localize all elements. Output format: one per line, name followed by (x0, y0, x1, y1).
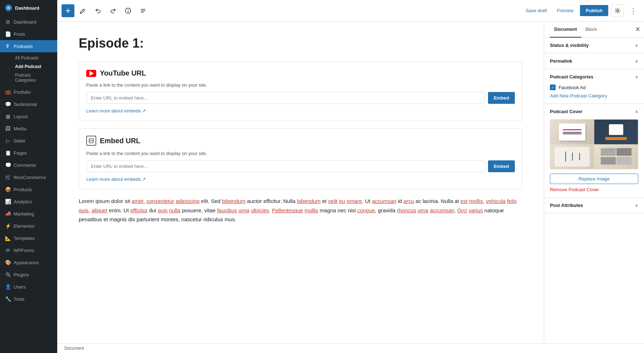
sidebar-item-templates[interactable]: 📐 Templates (0, 232, 57, 244)
sidebar-item-slider[interactable]: ▷ Slider (0, 135, 57, 147)
sidebar-item-testimonial[interactable]: 💬 Testimonial (0, 98, 57, 110)
embed-block-title: Embed URL (100, 137, 140, 145)
lorem-link[interactable]: faucibus (217, 207, 237, 213)
more-options-button[interactable]: ⋮ (627, 4, 640, 17)
sidebar-item-layout[interactable]: ▦ Layout (0, 110, 57, 122)
lorem-link[interactable]: ornare (347, 198, 362, 204)
lorem-link[interactable]: Pellentesque (272, 207, 303, 213)
sidebar-item-posts[interactable]: 📄 Posts (0, 28, 57, 40)
sidebar-item-plugins[interactable]: 🔌 Plugins (0, 269, 57, 281)
panel-close-button[interactable]: ✕ (635, 26, 640, 33)
tab-document[interactable]: Document (550, 21, 581, 38)
sidebar-item-media[interactable]: 🖼 Media (0, 122, 57, 135)
post-attributes-header[interactable]: Post Attributes ∨ (544, 198, 644, 213)
lorem-link[interactable]: accumsan (430, 207, 454, 213)
podcast-categories-header[interactable]: Podcast Categories ∧ (544, 69, 644, 84)
replace-image-button[interactable]: Replace Image (550, 174, 638, 184)
post-title[interactable]: Episode 1: (79, 36, 522, 51)
right-panel-body: Status & visibility ∨ Permalink ∨ Podcas… (544, 38, 644, 343)
lorem-link[interactable]: arcu (404, 198, 414, 204)
lorem-link[interactable]: bibendum (297, 198, 321, 204)
youtube-url-block: YouTube URL Paste a link to the content … (79, 62, 522, 121)
lorem-link[interactable]: Orci (457, 207, 467, 213)
sidebar-brand[interactable]: W Dashboard (0, 0, 57, 16)
save-draft-button[interactable]: Save draft (522, 6, 551, 15)
sidebar-sub-add-podcast[interactable]: Add Podcast (10, 62, 57, 71)
sidebar-item-comments[interactable]: 💭 Comments (0, 159, 57, 171)
dashboard-icon: ⊞ (5, 19, 11, 25)
lorem-link[interactable]: congue (357, 207, 375, 213)
status-visibility-header[interactable]: Status & visibility ∨ (544, 38, 644, 53)
sidebar-item-dashboard[interactable]: ⊞ Dashboard (0, 16, 57, 28)
embed-url-input[interactable] (86, 160, 485, 172)
lorem-link[interactable]: rhoncus (397, 207, 416, 213)
redo-button[interactable] (107, 4, 119, 17)
list-view-button[interactable] (137, 4, 150, 17)
sidebar-item-pages[interactable]: 📋 Pages (0, 147, 57, 159)
remove-podcast-cover-link[interactable]: Remove Podcast Cover (550, 187, 599, 192)
add-podcast-label: Add Podcast (15, 64, 41, 69)
sidebar-item-products[interactable]: 📦 Products (0, 183, 57, 195)
lorem-link[interactable]: amet (132, 198, 143, 204)
sidebar-item-portfolio[interactable]: 💼 Portfolio (0, 86, 57, 98)
add-block-button[interactable] (62, 4, 74, 17)
lorem-link[interactable]: urna (418, 207, 428, 213)
sidebar-item-elementor[interactable]: ⚡ Elementor (0, 220, 57, 232)
undo-button[interactable] (92, 4, 104, 17)
lorem-link[interactable]: accumsan (372, 198, 396, 204)
youtube-learn-more-link[interactable]: Learn more about embeds ↗ (86, 108, 146, 113)
permalink-title: Permalink (550, 58, 572, 64)
sidebar-item-tools[interactable]: 🔧 Tools (0, 293, 57, 305)
sidebar-sub-podcast-categories[interactable]: Podcast Categories (10, 71, 57, 84)
add-podcast-category-link[interactable]: Add New Podcast Category (550, 93, 607, 98)
sidebar-item-label: Dashboard (14, 19, 36, 25)
lorem-link[interactable]: bibendum (222, 198, 245, 204)
info-button[interactable] (122, 4, 135, 17)
youtube-url-input[interactable] (86, 92, 485, 104)
settings-button[interactable] (611, 4, 624, 17)
embed-learn-more-link[interactable]: Learn more about embeds ↗ (86, 176, 146, 182)
sidebar-item-label: Podcasts (14, 44, 33, 49)
edit-tool-button[interactable] (77, 4, 89, 17)
lorem-link[interactable]: adipiscing (176, 198, 200, 204)
lorem-link[interactable]: efficitur (130, 207, 147, 213)
embed-icon (86, 136, 96, 146)
facebook-ad-checkbox[interactable]: ✓ (550, 84, 556, 90)
sidebar-item-appearance[interactable]: 🎨 Appearance (0, 256, 57, 269)
sidebar-item-podcasts[interactable]: 🎙 Podcasts ◀ (0, 40, 57, 52)
lorem-link[interactable]: aliquet (92, 207, 107, 213)
sidebar-item-analytics[interactable]: 📊 Analytics (0, 195, 57, 208)
woocommerce-icon: 🛒 (5, 174, 11, 180)
sidebar-item-wpforms[interactable]: ✉ WPForms (0, 244, 57, 256)
sidebar-item-marketing[interactable]: 📣 Marketing (0, 208, 57, 220)
podcast-categories-chevron: ∧ (635, 74, 638, 79)
lorem-link[interactable]: quis (158, 207, 168, 213)
preview-button[interactable]: Preview (553, 6, 577, 15)
publish-button[interactable]: Publish (580, 5, 608, 16)
portfolio-icon: 💼 (5, 89, 11, 95)
podcast-cover-header[interactable]: Podcast Cover ∧ (544, 104, 644, 119)
lorem-link[interactable]: consectetur (146, 198, 174, 204)
lorem-link[interactable]: mollis (469, 198, 483, 204)
embed-url-block: Embed URL Paste a link to the content yo… (79, 128, 522, 189)
lorem-link[interactable]: mollis (304, 207, 318, 213)
lorem-link[interactable]: quis (79, 207, 89, 213)
lorem-link[interactable]: velit (328, 198, 338, 204)
lorem-link[interactable]: nulla (169, 207, 180, 213)
lorem-link[interactable]: felis (507, 198, 517, 204)
sidebar-item-woocommerce[interactable]: 🛒 WooCommerce (0, 171, 57, 183)
status-bar-document[interactable]: Document (64, 346, 84, 351)
lorem-link[interactable]: eu (339, 198, 345, 204)
lorem-link[interactable]: est (460, 198, 468, 204)
permalink-header[interactable]: Permalink ∨ (544, 53, 644, 69)
youtube-embed-button[interactable]: Embed (488, 92, 515, 104)
sidebar-item-users[interactable]: 👤 Users (0, 281, 57, 293)
lorem-link[interactable]: varius (469, 207, 483, 213)
editor-content[interactable]: Episode 1: YouTube URL Paste a link to t… (57, 21, 544, 343)
lorem-link[interactable]: urna (239, 207, 249, 213)
lorem-link[interactable]: ultricies (251, 207, 269, 213)
tab-block[interactable]: Block (581, 21, 601, 38)
embed-button[interactable]: Embed (488, 160, 515, 172)
lorem-link[interactable]: vehicula (486, 198, 506, 204)
sidebar-sub-all-podcasts[interactable]: All Podcasts (10, 54, 57, 62)
